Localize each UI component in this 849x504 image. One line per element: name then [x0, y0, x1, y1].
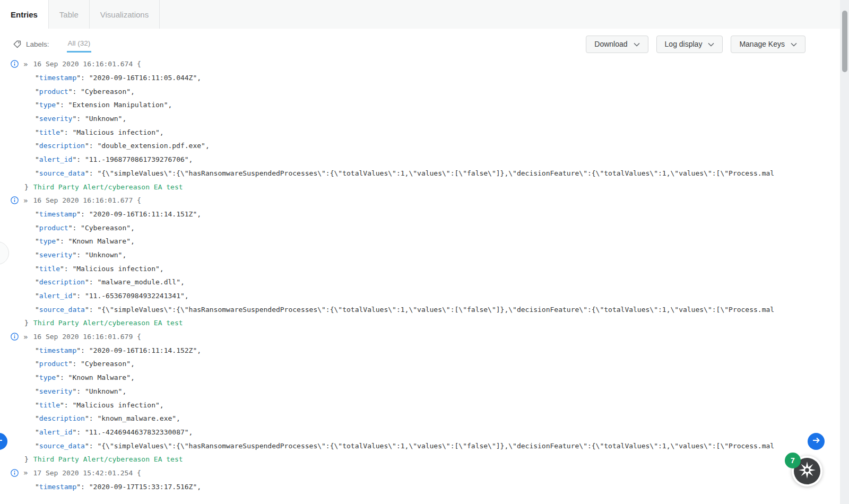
tab-table[interactable]: Table	[49, 0, 90, 29]
syntax-quote: "	[35, 88, 39, 95]
json-key: type	[39, 101, 56, 109]
syntax-end: ",	[193, 346, 201, 354]
json-key: timestamp	[39, 210, 76, 218]
json-value: 11.-1968770861739276706	[89, 155, 185, 163]
tag-icon	[13, 40, 22, 49]
syntax-sep: ": "	[85, 414, 101, 422]
json-key: severity	[39, 387, 73, 395]
syntax-sep: ": "	[85, 169, 101, 177]
log-entry-header: » 16 Sep 2020 16:16:01.677 {	[0, 194, 840, 207]
json-value: Malicious infection	[76, 128, 155, 136]
json-value: 11.-4246944637832330087	[89, 428, 185, 436]
download-button[interactable]: Download	[586, 36, 648, 53]
syntax-quote: "	[35, 169, 39, 177]
syntax-sep: ": "	[85, 442, 101, 450]
next-page-button[interactable]	[808, 433, 825, 450]
syntax-sep: ": "	[72, 292, 89, 300]
log-field-type: "type": "Known Malware",	[0, 371, 840, 385]
syntax-end: ",	[172, 414, 180, 422]
log-entry: » 16 Sep 2020 16:16:01.677 { "timestamp"…	[0, 194, 840, 330]
json-key: alert_id	[39, 292, 73, 300]
json-key: description	[39, 278, 85, 286]
json-key: timestamp	[39, 483, 76, 491]
log-field-title: "title": "Malicious infection",	[0, 125, 840, 139]
log-field-description: "description": "double_extension.pdf.exe…	[0, 139, 840, 153]
entry-source-label: Third Party Alert/cybereason EA test	[33, 455, 183, 463]
syntax-end: ",	[118, 251, 127, 259]
json-value: Cybereason	[85, 224, 126, 232]
expand-toggle-icon[interactable]: »	[23, 468, 28, 477]
syntax-end: ",	[126, 88, 135, 95]
syntax-quote: "	[35, 292, 39, 300]
log-field-timestamp: "timestamp": "2020-09-17T15:33:17.516Z",	[0, 480, 840, 493]
syntax-quote: "	[35, 155, 39, 163]
syntax-end: ",	[155, 401, 164, 409]
json-key: type	[39, 373, 56, 381]
log-display-button[interactable]: Log display	[656, 36, 723, 53]
json-value: known_malware.exe	[101, 414, 172, 422]
log-entry-header: » 17 Sep 2020 15:42:01.254 {	[0, 466, 840, 480]
entry-timestamp: 16 Sep 2020 16:16:01.674 {	[33, 60, 141, 68]
syntax-end: ",	[176, 278, 185, 286]
info-icon[interactable]	[11, 196, 19, 204]
syntax-end: ",	[155, 128, 164, 136]
manage-keys-button[interactable]: Manage Keys	[731, 36, 805, 53]
syntax-quote: "	[35, 401, 39, 409]
entry-timestamp: 16 Sep 2020 16:16:01.677 {	[33, 196, 141, 204]
log-field-severity: "severity": "Unknown",	[0, 112, 840, 126]
notification-badge[interactable]: 7	[785, 453, 801, 468]
json-value: 2020-09-16T16:11:14.152Z	[93, 346, 193, 354]
log-entry: » 16 Sep 2020 16:16:01.674 { "timestamp"…	[0, 57, 840, 194]
syntax-end: ",	[126, 224, 135, 232]
syntax-quote: "	[35, 251, 39, 259]
log-field-alert-id: "alert_id": "11.-1968770861739276706",	[0, 153, 840, 167]
log-field-type: "type": "Known Malware",	[0, 234, 840, 248]
tab-entries[interactable]: Entries	[0, 0, 49, 29]
log-field-description: "description": "malware_module.dll",	[0, 275, 840, 289]
json-key: source_data	[39, 442, 85, 450]
syntax-quote: "	[35, 373, 39, 381]
json-value: malware_module.dll	[101, 278, 176, 286]
entry-timestamp: 17 Sep 2020 15:42:01.254 {	[33, 469, 141, 477]
syntax-sep: ": "	[68, 88, 85, 95]
info-icon[interactable]	[11, 60, 19, 68]
log-field-type: "type": "Extension Manipulation",	[0, 98, 840, 112]
log-entry-footer: } Third Party Alert/cybereason EA test	[0, 180, 840, 194]
json-value: Unknown	[89, 251, 118, 259]
info-icon[interactable]	[11, 469, 19, 477]
info-icon[interactable]	[11, 333, 19, 341]
chevron-down-icon	[634, 40, 640, 48]
json-key: alert_id	[39, 428, 73, 436]
expand-toggle-icon[interactable]: »	[23, 60, 28, 68]
log-display-button-label: Log display	[665, 40, 703, 48]
log-entry-footer: } Third Party Alert/cybereason EA test	[0, 453, 840, 466]
labels-filter-all[interactable]: All (32)	[67, 36, 92, 53]
json-key: source_data	[39, 306, 85, 314]
json-key: description	[39, 142, 85, 150]
json-value: double_extension.pdf.exe	[101, 142, 201, 150]
manage-keys-button-label: Manage Keys	[739, 40, 785, 48]
syntax-sep: ": "	[85, 306, 101, 314]
syntax-quote: "	[35, 210, 39, 218]
json-key: description	[39, 414, 85, 422]
log-field-severity: "severity": "Unknown",	[0, 248, 840, 262]
json-value: Cybereason	[85, 360, 126, 368]
syntax-sep: ": "	[85, 278, 101, 286]
json-value: 2020-09-16T16:11:14.151Z	[93, 210, 193, 218]
expand-toggle-icon[interactable]: »	[23, 333, 28, 341]
json-value: {\"simpleValues\":{\"hasRansomwareSuspen…	[101, 442, 774, 450]
syntax-end: ",	[126, 373, 135, 381]
chevron-down-icon	[791, 40, 797, 48]
entry-source-label: Third Party Alert/cybereason EA test	[33, 319, 183, 327]
scrollbar-thumb[interactable]	[842, 11, 847, 72]
expand-toggle-icon[interactable]: »	[23, 196, 28, 205]
log-field-alert-id: "alert_id": "11.-4246944637832330087",	[0, 425, 840, 439]
json-key: alert_id	[39, 155, 73, 163]
scrollbar-track[interactable]	[840, 0, 849, 504]
syntax-quote: "	[35, 483, 39, 491]
log-entry-header: » 16 Sep 2020 16:16:01.674 {	[0, 57, 840, 71]
tab-bar: Entries Table Visualizations	[0, 0, 849, 29]
syntax-sep: ": "	[72, 155, 89, 163]
tab-visualizations[interactable]: Visualizations	[90, 0, 160, 29]
arrow-right-icon	[811, 436, 821, 447]
